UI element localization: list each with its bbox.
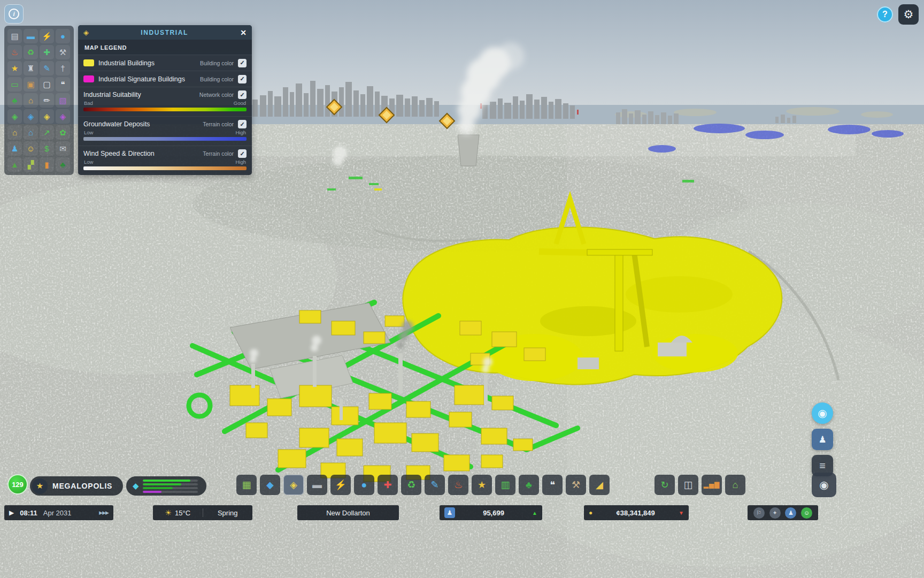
legend-checkbox[interactable]: ✓: [238, 90, 247, 99]
infoview-ore[interactable]: ▮: [40, 157, 54, 172]
infoview-economy[interactable]: ↗: [40, 125, 54, 140]
legend-item-label: Industrial Signature Buildings: [98, 75, 196, 83]
infoview-electricity[interactable]: ⚡: [40, 29, 54, 43]
photo-mode-button[interactable]: ◉: [812, 473, 836, 497]
infoview-tourism[interactable]: ▣: [24, 77, 38, 92]
sun-icon: ☀: [165, 508, 172, 517]
police-tool[interactable]: ★: [472, 475, 492, 495]
infoview-garbage[interactable]: ♻: [24, 45, 38, 59]
speed-button[interactable]: ▶▶▶: [99, 510, 109, 515]
infoview-residential-zones[interactable]: ◈: [7, 109, 22, 124]
infoview-population[interactable]: ♟: [7, 141, 22, 156]
city-name: New Dollarton: [326, 509, 370, 517]
tool-icon: ♨: [454, 480, 463, 490]
legend-checkbox[interactable]: ✓: [238, 59, 247, 67]
infoview-farmland[interactable]: ▞: [24, 157, 38, 172]
communications-tool[interactable]: ❝: [542, 475, 563, 495]
infoview-happiness[interactable]: ☺: [24, 141, 38, 156]
parks-recreation-tool[interactable]: ♣: [519, 475, 539, 495]
money-trend-down-icon: ▼: [679, 510, 684, 516]
infoview-education[interactable]: ✎: [40, 61, 54, 75]
side-buttons: ◉ ♟ ≡: [812, 402, 833, 476]
notification-button-2[interactable]: ✦: [769, 507, 781, 519]
statistics-button[interactable]: ▂▅▇: [702, 475, 722, 495]
infoview-land-value[interactable]: ⌂: [7, 125, 22, 140]
infoview-rent[interactable]: ⌂: [24, 125, 38, 140]
infoviews-button[interactable]: ◆: [260, 475, 280, 495]
info-button[interactable]: i: [4, 4, 24, 24]
close-button[interactable]: ✕: [240, 28, 247, 37]
building-color-swatch: [83, 75, 94, 82]
settings-button[interactable]: ⚙: [898, 4, 919, 25]
infoview-deathcare[interactable]: †: [56, 61, 70, 75]
garbage-tool[interactable]: ♻: [401, 475, 421, 495]
map-globe-button[interactable]: ◉: [812, 402, 833, 424]
landscaping-tool[interactable]: ⚒: [566, 475, 586, 495]
progression-widget[interactable]: ◆: [126, 476, 206, 496]
zones-tool[interactable]: ▦: [236, 475, 257, 495]
infoview-market[interactable]: ⌂: [24, 93, 38, 108]
infoview-signs[interactable]: ▬: [24, 29, 38, 43]
game-viewport[interactable]: i ? ⚙ ▤ ▬ ⚡ ● ♨ ♻ ✚ ⚒ ★ ♜ ✎ †: [0, 0, 924, 578]
infoview-culture[interactable]: ▧: [56, 93, 70, 108]
infoview-mail[interactable]: ✉: [56, 141, 70, 156]
transportation-tool[interactable]: ▥: [495, 475, 515, 495]
city-name-segment[interactable]: New Dollarton: [297, 505, 399, 520]
legend-checkbox[interactable]: ✓: [238, 149, 247, 158]
infoview-administration[interactable]: ♜: [24, 61, 38, 75]
money-segment[interactable]: ● ¢38,341,849 ▼: [584, 505, 689, 520]
infoview-planning[interactable]: ✏: [40, 93, 54, 108]
gem-icon: ◆: [133, 481, 139, 491]
tool-icon: ◢: [596, 480, 603, 490]
infoview-forestry[interactable]: ♣: [7, 93, 22, 108]
infoview-police[interactable]: ★: [7, 61, 22, 75]
tool-icon: ▬: [312, 480, 322, 490]
transit-status-button[interactable]: ♟: [785, 507, 796, 519]
infoview-agriculture[interactable]: ✿: [56, 125, 70, 140]
economy-button[interactable]: ↻: [654, 475, 675, 495]
infoview-commercial-zones[interactable]: ◈: [24, 109, 38, 124]
citizen-button[interactable]: ♟: [812, 429, 833, 450]
infoview-water[interactable]: ●: [56, 29, 70, 43]
legend-checkbox[interactable]: ✓: [238, 75, 247, 83]
notification-button-1[interactable]: ⚐: [753, 507, 765, 519]
infoview-wealth[interactable]: $: [40, 141, 54, 156]
infoview-transit[interactable]: ▭: [7, 77, 22, 92]
bulldozer-tool[interactable]: ◢: [589, 475, 610, 495]
progress-bar: [143, 480, 198, 482]
help-button[interactable]: ?: [877, 6, 893, 22]
tool-icon: ◫: [683, 480, 692, 490]
infoview-post[interactable]: ▢: [40, 77, 54, 92]
infoview-office-zones[interactable]: ◈: [56, 109, 70, 124]
infoview-maintenance[interactable]: ⚒: [56, 45, 70, 59]
city-info-button[interactable]: ⌂: [725, 475, 745, 495]
play-button[interactable]: ▶: [9, 509, 14, 516]
population-segment[interactable]: ♟ 95,699 ▲: [440, 505, 542, 520]
water-sewage-tool[interactable]: ●: [354, 475, 374, 495]
roads-tool[interactable]: ▬: [307, 475, 327, 495]
infoview-progression[interactable]: ▤: [7, 29, 22, 43]
legend-checkbox[interactable]: ✓: [238, 120, 247, 128]
milestone-pill[interactable]: ★ MEGALOPOLIS: [30, 476, 123, 496]
infoview-industrial-zones[interactable]: ◈: [40, 109, 54, 124]
electricity-tool[interactable]: ⚡: [330, 475, 351, 495]
infoview-forest[interactable]: ♣: [56, 157, 70, 172]
money-amount: ¢38,341,849: [592, 509, 679, 517]
infoview-panel: ▤ ▬ ⚡ ● ♨ ♻ ✚ ⚒ ★ ♜ ✎ † ▭ ▣ ▢ ❝: [4, 26, 74, 175]
industrial-infoview-button[interactable]: ◈: [283, 475, 304, 495]
camera-icon: ◉: [819, 478, 828, 491]
industrial-diamond-icon: ◈: [83, 28, 89, 36]
infoview-healthcare[interactable]: ✚: [40, 45, 54, 59]
legend-item: Industrial Signature Buildings Building …: [78, 71, 252, 87]
education-tool[interactable]: ✎: [425, 475, 445, 495]
legend-gradient-item: Wind Speed & Direction Terrain color ✓ L…: [78, 146, 252, 175]
infoview-heating[interactable]: ♨: [7, 45, 22, 59]
healthcare-tool[interactable]: ✚: [378, 475, 398, 495]
panel-title: INDUSTRIAL: [89, 29, 240, 36]
infoview-terrain[interactable]: ▲: [7, 157, 22, 172]
infoview-communications[interactable]: ❝: [56, 77, 70, 92]
fire-rescue-tool[interactable]: ♨: [448, 475, 468, 495]
happiness-button[interactable]: ☺: [801, 507, 812, 519]
level-badge[interactable]: 129: [7, 474, 28, 495]
map-tiles-button[interactable]: ◫: [678, 475, 698, 495]
